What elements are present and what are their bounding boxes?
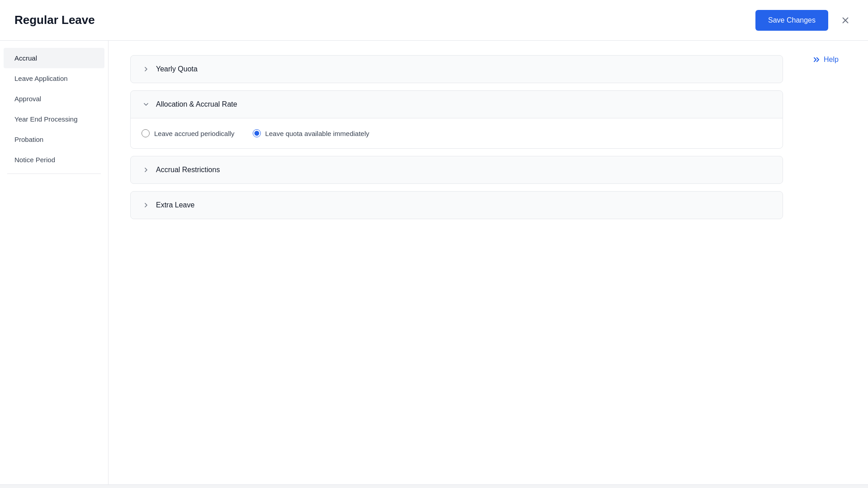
accrual-radio-group: Leave accrued periodically Leave quota a… — [142, 129, 772, 137]
chevron-down-icon — [142, 100, 151, 109]
page-container: Regular Leave Save Changes Accrual Leave… — [0, 0, 868, 488]
allocation-accrual-title: Allocation & Accrual Rate — [156, 100, 237, 108]
accrual-restrictions-header[interactable]: Accrual Restrictions — [131, 156, 783, 183]
page-title: Regular Leave — [14, 13, 95, 27]
sidebar-item-year-end-processing[interactable]: Year End Processing — [4, 109, 104, 129]
periodic-radio-label[interactable]: Leave accrued periodically — [142, 129, 235, 137]
header-actions: Save Changes — [755, 10, 854, 31]
sidebar-divider — [7, 174, 101, 174]
sidebar-item-leave-application[interactable]: Leave Application — [4, 68, 104, 89]
extra-leave-section: Extra Leave — [130, 191, 783, 219]
help-label: Help — [824, 56, 839, 64]
help-panel: Help — [805, 41, 868, 484]
header: Regular Leave Save Changes — [0, 0, 868, 41]
save-button[interactable]: Save Changes — [755, 10, 828, 31]
help-chevron-icon — [812, 55, 821, 64]
chevron-right-icon-3 — [142, 201, 151, 210]
sidebar-item-notice-period[interactable]: Notice Period — [4, 150, 104, 170]
sidebar: Accrual Leave Application Approval Year … — [0, 41, 108, 484]
close-icon — [840, 15, 850, 25]
sidebar-item-approval[interactable]: Approval — [4, 89, 104, 109]
accrual-restrictions-section: Accrual Restrictions — [130, 156, 783, 184]
periodic-radio-text: Leave accrued periodically — [154, 130, 235, 137]
help-link[interactable]: Help — [812, 55, 861, 64]
allocation-accrual-header[interactable]: Allocation & Accrual Rate — [131, 91, 783, 118]
main-layout: Accrual Leave Application Approval Year … — [0, 41, 868, 484]
periodic-radio-input[interactable] — [142, 129, 150, 137]
immediate-radio-input[interactable] — [253, 129, 261, 137]
yearly-quota-title: Yearly Quota — [156, 65, 198, 73]
close-button[interactable] — [837, 12, 854, 28]
chevron-right-icon-2 — [142, 165, 151, 174]
sidebar-item-accrual[interactable]: Accrual — [4, 48, 104, 68]
immediate-radio-text: Leave quota available immediately — [265, 130, 369, 137]
yearly-quota-header[interactable]: Yearly Quota — [131, 56, 783, 83]
bottom-bar — [0, 484, 868, 488]
allocation-accrual-content: Leave accrued periodically Leave quota a… — [131, 118, 783, 148]
sidebar-item-probation[interactable]: Probation — [4, 129, 104, 150]
immediate-radio-label[interactable]: Leave quota available immediately — [253, 129, 369, 137]
allocation-accrual-section: Allocation & Accrual Rate Leave accrued … — [130, 90, 783, 149]
extra-leave-title: Extra Leave — [156, 201, 194, 209]
chevron-right-icon — [142, 65, 151, 74]
accrual-restrictions-title: Accrual Restrictions — [156, 166, 220, 174]
yearly-quota-section: Yearly Quota — [130, 55, 783, 83]
extra-leave-header[interactable]: Extra Leave — [131, 192, 783, 219]
content-area: Yearly Quota Allocation & Accrual Rate — [108, 41, 805, 484]
